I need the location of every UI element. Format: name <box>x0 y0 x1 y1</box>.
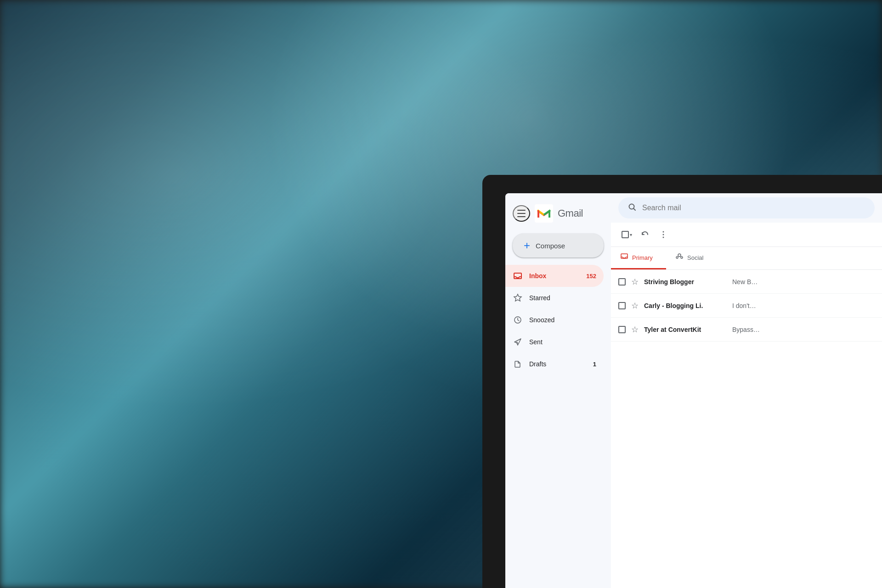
email-snippet-1: New B… <box>732 278 875 286</box>
email-sender-3: Tyler at ConvertKit <box>644 326 727 333</box>
search-bar[interactable] <box>618 197 875 218</box>
sidebar-item-snoozed[interactable]: Snoozed <box>505 309 604 331</box>
toolbar: ▾ <box>611 223 882 247</box>
svg-point-10 <box>678 254 681 257</box>
compose-button[interactable]: + Compose <box>513 234 604 258</box>
drafts-badge: 1 <box>593 361 596 368</box>
email-star-3[interactable]: ☆ <box>631 325 639 335</box>
inbox-badge: 152 <box>586 273 596 280</box>
inbox-icon <box>513 271 523 281</box>
svg-point-12 <box>681 257 683 258</box>
email-snippet-3: Bypass… <box>732 326 875 333</box>
select-chevron-icon: ▾ <box>630 232 632 237</box>
email-row[interactable]: ☆ Striving Blogger New B… <box>611 270 882 294</box>
gmail-logo-icon <box>535 204 553 223</box>
drafts-label: Drafts <box>529 360 587 368</box>
sidebar-nav: Inbox 152 Starred <box>505 265 611 375</box>
hamburger-line-2 <box>517 213 526 214</box>
compose-plus-icon: + <box>524 240 530 251</box>
svg-rect-2 <box>548 210 550 218</box>
email-checkbox-2[interactable] <box>618 302 626 309</box>
tab-primary-label: Primary <box>632 254 653 261</box>
hamburger-line-1 <box>517 210 526 211</box>
gmail-header: Gmail <box>505 201 611 230</box>
select-checkbox <box>622 231 629 238</box>
email-row[interactable]: ☆ Carly - Blogging Li. I don't… <box>611 294 882 318</box>
svg-point-8 <box>663 237 664 238</box>
laptop-frame: Gmail + Compose Inbox 1 <box>482 175 882 588</box>
drafts-icon <box>513 359 523 369</box>
snoozed-icon <box>513 315 523 325</box>
primary-tab-icon <box>620 252 628 263</box>
refresh-button[interactable] <box>637 226 653 243</box>
search-input[interactable] <box>642 204 865 212</box>
email-star-1[interactable]: ☆ <box>631 277 639 287</box>
sidebar-item-drafts[interactable]: Drafts 1 <box>505 353 604 375</box>
inbox-label: Inbox <box>529 272 580 280</box>
hamburger-line-3 <box>517 216 526 217</box>
star-icon <box>513 293 523 303</box>
sidebar-item-inbox[interactable]: Inbox 152 <box>505 265 604 287</box>
more-options-button[interactable] <box>655 226 672 243</box>
gmail-screen: Gmail + Compose Inbox 1 <box>505 193 882 588</box>
tab-primary[interactable]: Primary <box>611 247 666 269</box>
email-row[interactable]: ☆ Tyler at ConvertKit Bypass… <box>611 318 882 342</box>
select-all-button[interactable]: ▾ <box>618 226 635 243</box>
compose-label: Compose <box>536 242 565 250</box>
email-list: ☆ Striving Blogger New B… ☆ Carly - Blog… <box>611 270 882 588</box>
email-checkbox-1[interactable] <box>618 278 626 286</box>
email-checkbox-3[interactable] <box>618 326 626 333</box>
email-sender-1: Striving Blogger <box>644 278 727 286</box>
social-tab-icon <box>675 252 684 263</box>
search-icon <box>628 202 637 214</box>
starred-label: Starred <box>529 294 596 302</box>
top-bar <box>611 193 882 223</box>
svg-rect-1 <box>537 210 539 218</box>
snoozed-label: Snoozed <box>529 316 596 324</box>
sidebar-item-sent[interactable]: Sent <box>505 331 604 353</box>
email-sender-2: Carly - Blogging Li. <box>644 302 727 309</box>
sent-icon <box>513 337 523 347</box>
svg-point-6 <box>663 231 664 233</box>
gmail-wordmark: Gmail <box>558 207 583 219</box>
main-content: ▾ <box>611 193 882 588</box>
tab-social-label: Social <box>687 254 703 261</box>
email-star-2[interactable]: ☆ <box>631 301 639 311</box>
sidebar-item-starred[interactable]: Starred <box>505 287 604 309</box>
tab-social[interactable]: Social <box>666 247 721 269</box>
hamburger-button[interactable] <box>513 205 530 222</box>
email-snippet-2: I don't… <box>732 302 875 309</box>
svg-point-11 <box>676 257 678 258</box>
tabs-bar: Primary Social <box>611 247 882 270</box>
svg-point-7 <box>663 234 664 235</box>
sent-label: Sent <box>529 338 596 346</box>
sidebar: Gmail + Compose Inbox 1 <box>505 193 611 588</box>
